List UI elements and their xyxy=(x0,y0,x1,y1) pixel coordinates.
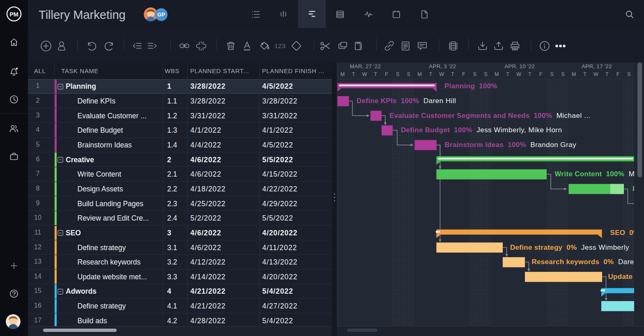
svg-text:PM: PM xyxy=(9,11,18,18)
